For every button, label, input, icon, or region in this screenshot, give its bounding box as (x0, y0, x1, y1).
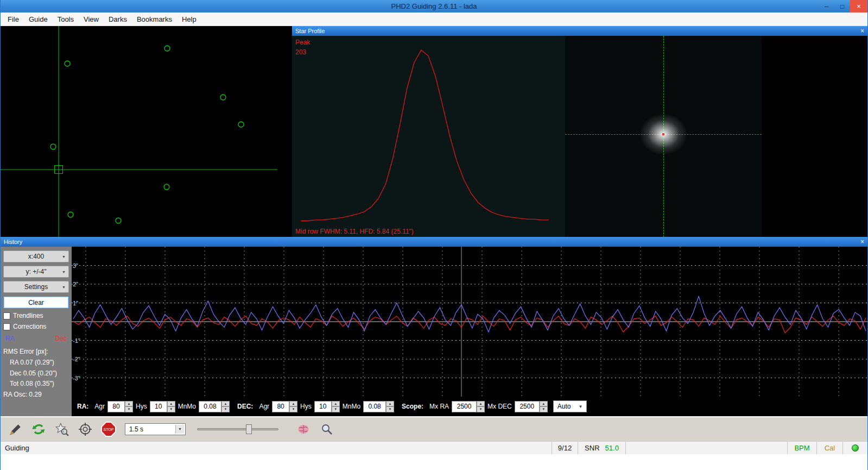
chevron-down-icon: ▼ (62, 285, 66, 289)
exposure-select[interactable]: 1.5 s ▼ (125, 423, 186, 435)
menu-file[interactable]: File (3, 12, 24, 26)
settings-label: Settings (24, 283, 48, 291)
clear-button[interactable]: Clear (3, 296, 69, 309)
dec-agr-label: Agr (259, 403, 269, 410)
guide-button[interactable] (76, 420, 94, 438)
spin-up-icon[interactable]: ▲ (386, 401, 394, 407)
spin-down-icon[interactable]: ▼ (125, 406, 133, 412)
spin-down-icon[interactable]: ▼ (221, 406, 230, 412)
ra-legend: RA (5, 335, 15, 342)
history-close-icon[interactable]: × (860, 239, 864, 245)
spin-down-icon[interactable]: ▼ (332, 406, 340, 412)
spin-up-icon[interactable]: ▲ (540, 401, 548, 407)
x-scale-dropdown[interactable]: x:400 ▼ (3, 250, 69, 262)
star-marker[interactable] (164, 184, 169, 190)
menu-guide[interactable]: Guide (24, 12, 53, 26)
spin-down-icon[interactable]: ▼ (540, 406, 548, 412)
ra-osc: RA Osc: 0.29 (3, 390, 69, 400)
ra-hysteresis-input[interactable]: 10 (150, 401, 167, 412)
y-axis-tick: -3" (73, 375, 80, 381)
toolbar: STOP 1.5 s ▼ (1, 416, 867, 441)
ra-hys-label: Hys (136, 403, 147, 410)
max-ra-duration-input[interactable]: 2500 (452, 401, 477, 412)
auto-select-star-button[interactable] (53, 420, 71, 438)
loop-exposures-button[interactable] (29, 420, 48, 438)
snr-value: 51.0 (605, 444, 619, 452)
connect-equipment-button[interactable] (6, 420, 24, 438)
minimize-button[interactable]: – (819, 0, 834, 12)
dec-minmove-input[interactable]: 0.08 (363, 401, 386, 412)
menu-help[interactable]: Help (177, 12, 201, 26)
settings-dropdown[interactable]: Settings ▼ (3, 281, 69, 293)
menu-darks[interactable]: Darks (104, 12, 132, 26)
snr-label: SNR (585, 444, 599, 452)
guide-camera-view[interactable] (1, 26, 292, 237)
max-dec-duration-stepper: 2500 ▲▼ (515, 401, 548, 412)
history-titlebar[interactable]: History × (1, 237, 867, 247)
status-cal: Cal (816, 442, 842, 454)
spin-up-icon[interactable]: ▲ (289, 401, 297, 407)
advanced-settings-button[interactable] (294, 420, 313, 438)
titlebar[interactable]: PHD2 Guiding 2.6.11 - lada – □ × (1, 0, 867, 12)
gamma-slider[interactable] (197, 422, 278, 436)
star-profile-curve-canvas (292, 36, 565, 237)
stop-button[interactable]: STOP (99, 420, 118, 438)
chevron-down-icon[interactable]: ▼ (175, 425, 184, 434)
window-title: PHD2 Guiding 2.6.11 - lada (1, 2, 867, 10)
corrections-checkbox[interactable] (3, 323, 10, 330)
mx-dec-label: Mx DEC (487, 403, 512, 410)
maximize-button[interactable]: □ (834, 0, 850, 12)
corrections-label: Corrections (13, 323, 46, 330)
spin-down-icon[interactable]: ▼ (289, 406, 297, 412)
dec-hysteresis-input[interactable]: 10 (314, 401, 332, 412)
spin-up-icon[interactable]: ▲ (477, 401, 485, 407)
rms-dec: Dec 0.05 (0.20") (3, 368, 69, 379)
camera-settings-button[interactable] (318, 420, 336, 438)
star-profile-close-icon[interactable]: × (860, 28, 864, 34)
guide-frame-canvas[interactable] (1, 26, 292, 237)
close-button[interactable]: × (850, 0, 867, 12)
star-profile-titlebar[interactable]: Star Profile × (292, 26, 867, 36)
chevron-down-icon: ▼ (62, 270, 66, 274)
star-marker[interactable] (164, 46, 170, 51)
spin-up-icon[interactable]: ▲ (332, 401, 340, 407)
dec-minmove-stepper: 0.08 ▲▼ (363, 401, 394, 412)
ra-aggression-input[interactable]: 80 (107, 401, 125, 412)
dec-aggression-input[interactable]: 80 (272, 401, 289, 412)
menu-view[interactable]: View (79, 12, 104, 26)
spin-up-icon[interactable]: ▲ (167, 401, 175, 407)
y-axis-tick: 2" (73, 281, 78, 287)
star-marker[interactable] (116, 218, 121, 223)
slider-thumb[interactable] (246, 424, 252, 434)
trendlines-checkbox-row[interactable]: Trendlines (3, 312, 69, 319)
spin-down-icon[interactable]: ▼ (386, 406, 394, 412)
status-snr: SNR 51.0 (578, 442, 625, 454)
spin-up-icon[interactable]: ▲ (125, 401, 133, 407)
menu-bookmarks[interactable]: Bookmarks (132, 12, 177, 26)
peak-value: 203 (295, 47, 310, 57)
brain-icon (296, 422, 311, 436)
peak-readout: Peak 203 (295, 37, 310, 57)
spin-down-icon[interactable]: ▼ (167, 406, 175, 412)
spin-up-icon[interactable]: ▲ (221, 401, 230, 407)
dec-guide-mode-select[interactable]: Auto ▼ (553, 400, 587, 412)
dec-aggression-stepper: 80 ▲▼ (272, 401, 297, 412)
window-controls: – □ × (819, 0, 867, 12)
ra-minmove-input[interactable]: 0.08 (199, 401, 221, 412)
max-dec-duration-input[interactable]: 2500 (515, 401, 540, 412)
star-marker[interactable] (220, 95, 226, 100)
slider-track (197, 428, 278, 430)
star-marker[interactable] (238, 122, 244, 127)
y-axis-tick: -2" (73, 356, 80, 362)
corrections-checkbox-row[interactable]: Corrections (3, 323, 69, 330)
star-marker[interactable] (68, 212, 73, 217)
y-axis-tick: 1" (73, 300, 78, 306)
status-message-cell (625, 442, 787, 454)
y-scale-dropdown[interactable]: y: +/-4" ▼ (3, 266, 69, 278)
menu-tools[interactable]: Tools (53, 12, 79, 26)
star-marker[interactable] (50, 144, 56, 149)
star-profile-pane: Star Profile × Peak 203 Mid row FWHM: 5.… (292, 26, 867, 237)
spin-down-icon[interactable]: ▼ (477, 406, 485, 412)
trendlines-checkbox[interactable] (3, 312, 10, 319)
star-marker[interactable] (65, 61, 70, 66)
